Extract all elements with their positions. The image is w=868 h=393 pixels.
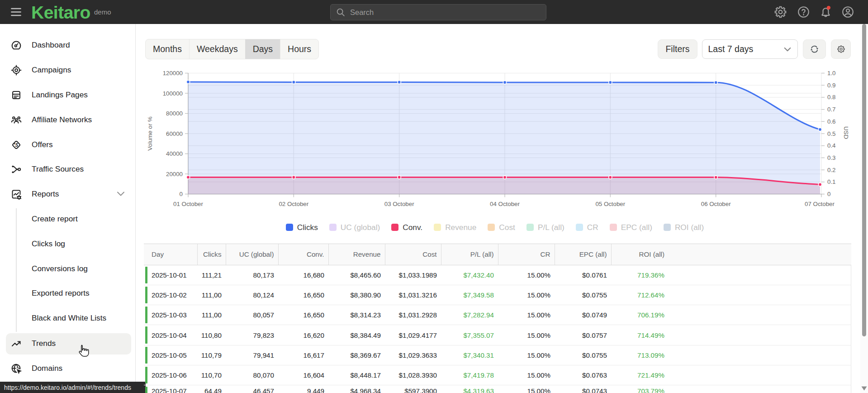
svg-text:03 October: 03 October <box>384 201 414 207</box>
svg-text:0.6: 0.6 <box>827 118 836 125</box>
svg-text:Volume or %: Volume or % <box>147 116 153 151</box>
svg-text:0.2: 0.2 <box>827 167 836 173</box>
svg-text:80000: 80000 <box>166 110 183 117</box>
svg-text:04 October: 04 October <box>490 201 520 207</box>
svg-text:0.4: 0.4 <box>827 142 836 149</box>
svg-text:01 October: 01 October <box>173 201 203 207</box>
svg-text:0.1: 0.1 <box>827 178 836 185</box>
svg-text:40000: 40000 <box>166 150 183 157</box>
svg-text:S: S <box>15 142 18 147</box>
svg-text:0.7: 0.7 <box>827 106 836 113</box>
svg-text:0: 0 <box>180 191 183 197</box>
svg-text:05 October: 05 October <box>595 201 625 207</box>
svg-text:0.9: 0.9 <box>827 82 836 89</box>
svg-text:07 October: 07 October <box>805 201 835 207</box>
svg-text:0.5: 0.5 <box>827 130 836 137</box>
svg-text:100000: 100000 <box>163 90 183 97</box>
svg-text:USD: USD <box>843 126 849 139</box>
svg-text:0.8: 0.8 <box>827 94 836 101</box>
svg-text:0.3: 0.3 <box>827 154 836 161</box>
svg-text:0: 0 <box>827 191 830 197</box>
svg-text:06 October: 06 October <box>701 201 731 207</box>
svg-text:60000: 60000 <box>166 130 183 137</box>
svg-text:1.0: 1.0 <box>827 70 836 77</box>
svg-text:02 October: 02 October <box>279 201 308 207</box>
svg-text:20000: 20000 <box>166 171 183 177</box>
svg-text:120000: 120000 <box>163 70 183 77</box>
